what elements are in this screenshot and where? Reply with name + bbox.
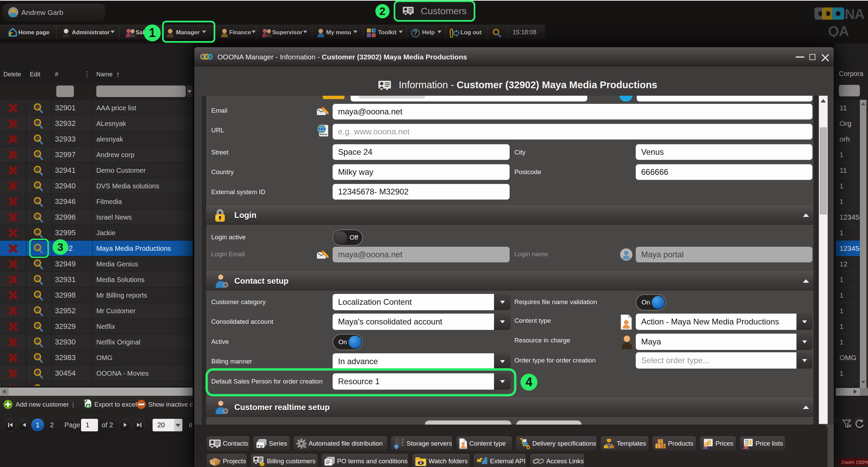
svg-text:?: ? [414, 29, 418, 36]
svg-text:NA: NA [845, 7, 865, 22]
svg-text:w.w.w: w.w.w [319, 133, 327, 136]
svg-text:QA: QA [828, 23, 849, 37]
